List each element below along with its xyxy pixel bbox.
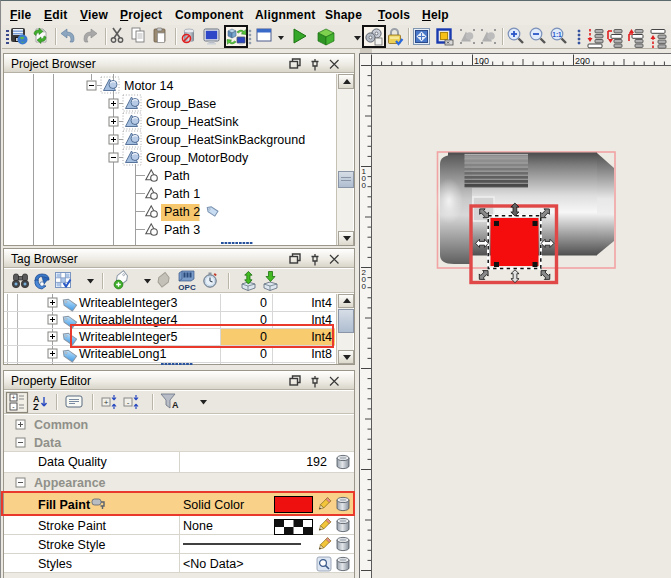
svg-text:Data: Data [34,436,62,450]
svg-text:Common: Common [34,418,88,432]
svg-text:Group_HeatSinkBackground: Group_HeatSinkBackground [146,133,305,147]
svg-text:Int4: Int4 [311,296,332,310]
svg-text:WriteableInteger3: WriteableInteger3 [79,296,177,310]
svg-text:200: 200 [575,56,590,66]
svg-text:Int8: Int8 [311,347,332,361]
svg-text:Group_MotorBody: Group_MotorBody [146,151,249,165]
svg-text:0: 0 [362,282,367,291]
svg-text:None: None [183,519,213,533]
svg-text:Stroke Paint: Stroke Paint [38,519,107,533]
svg-text:0: 0 [362,181,367,190]
svg-text:OPC: OPC [178,283,196,292]
svg-text:1:1: 1:1 [552,31,562,38]
svg-text:Group_Base: Group_Base [146,97,216,111]
svg-text:Z: Z [33,402,39,412]
svg-text:100: 100 [474,56,489,66]
svg-text:+: + [104,398,109,407]
svg-text:Stroke Style: Stroke Style [38,538,105,552]
svg-text:Group_HeatSink: Group_HeatSink [146,115,239,129]
svg-text:Path 2: Path 2 [164,205,200,219]
svg-text:192: 192 [306,455,327,469]
svg-text:WriteableLong1: WriteableLong1 [79,347,166,361]
svg-text:+: + [11,394,15,401]
svg-text:Appearance: Appearance [34,476,106,490]
svg-text:0: 0 [260,347,267,361]
svg-text:Motor 14: Motor 14 [124,79,173,93]
svg-text:-: - [127,398,130,407]
svg-text:Styles: Styles [38,557,72,571]
svg-text:0: 0 [260,296,267,310]
svg-text:Path 1: Path 1 [164,187,200,201]
svg-text:Path 3: Path 3 [164,223,200,237]
svg-text:A: A [172,400,179,410]
svg-text:<No Data>: <No Data> [183,557,243,571]
svg-text:Data Quality: Data Quality [38,455,108,469]
svg-text:Path: Path [164,169,190,183]
